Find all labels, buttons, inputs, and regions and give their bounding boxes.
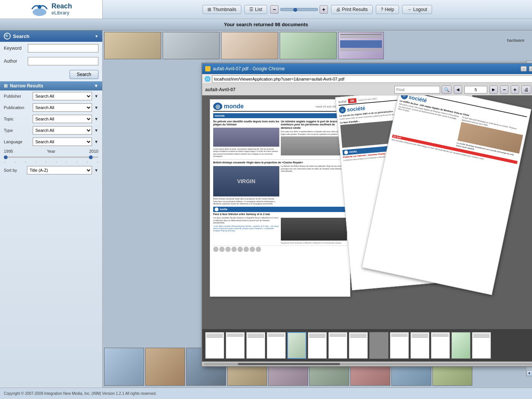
find-search-button[interactable]: 🔍 xyxy=(442,86,451,94)
pdf-thumb-3[interactable] xyxy=(246,332,265,359)
next-page-button[interactable]: ▶ xyxy=(489,86,498,94)
topic-label: Topic xyxy=(4,117,30,121)
media-link: «Les deux seront d'accord pour écrire: «… xyxy=(213,225,279,232)
zoom-handle[interactable] xyxy=(293,8,297,12)
pdf-scrollbar[interactable] xyxy=(202,361,532,366)
chrome-icon xyxy=(205,66,211,71)
bottom-icon-8 xyxy=(256,247,261,252)
pdf-zoom-out-button[interactable]: − xyxy=(500,86,508,94)
image-caption: Séquence d'une émission à Missions à Mis… xyxy=(281,242,347,244)
year-max-handle[interactable] xyxy=(89,155,93,159)
search-tab-arrow: ▼ xyxy=(95,34,98,38)
article-3-body2: La décision de British Airways de retire… xyxy=(281,165,347,173)
pdf-thumb-2[interactable] xyxy=(226,332,245,359)
zoom-slider[interactable] xyxy=(280,8,318,11)
pdf-thumb-13[interactable] xyxy=(451,332,470,359)
media-col2: Séquence d'une émission à Missions à Mis… xyxy=(281,217,347,244)
help-button[interactable]: ? Help xyxy=(376,5,399,14)
year-track xyxy=(4,157,98,158)
logo-subtitle: eLibrary xyxy=(51,10,72,16)
media-bar: ◎ media xyxy=(213,207,347,212)
pdf-thumb-6[interactable] xyxy=(308,332,327,359)
year-min-handle[interactable] xyxy=(4,155,8,159)
monde-section: monde xyxy=(213,113,347,118)
publisher-select[interactable]: Search All xyxy=(33,92,92,100)
thumb-top-5[interactable] xyxy=(338,32,384,59)
language-select[interactable]: Search All xyxy=(33,138,92,146)
article-1-body: Lorem ipsum dolor sit amet, consectetur … xyxy=(213,148,279,158)
type-label: Type xyxy=(4,128,30,133)
thumb-top-3[interactable] xyxy=(221,32,278,59)
pdf-thumb-9[interactable] xyxy=(369,332,388,359)
author-input[interactable] xyxy=(28,57,98,65)
pdf-content: ◎ monde mardi 24 avril 2007 05 monde Du … xyxy=(202,95,532,329)
bottom-icon-3 xyxy=(225,247,231,252)
bottom-icon-6 xyxy=(244,247,249,252)
maximize-button[interactable]: □ xyxy=(529,66,532,71)
url-input[interactable] xyxy=(212,75,532,83)
bottom-thumb-2[interactable] xyxy=(145,348,185,386)
search-btn-area: Search xyxy=(0,68,102,81)
pdf-thumb-7[interactable] xyxy=(328,332,347,359)
print-pdf-button[interactable]: 🖨 xyxy=(521,86,531,94)
col-1: Du pétrole non identifié souille depuis … xyxy=(213,119,279,158)
thumb-top-1[interactable] xyxy=(104,32,161,59)
pdf-thumb-5[interactable] xyxy=(287,332,306,359)
zoom-out-button[interactable]: − xyxy=(270,5,279,14)
narrow-icon: ⊞ xyxy=(4,83,8,89)
type-select[interactable]: Search All xyxy=(33,126,92,135)
pdf-titlebar: aufait-Avril-07.pdf - Google Chrome − □ … xyxy=(202,63,532,74)
sidebar: 🔍 Search ▼ Keyword Author Search ⊞ Narro… xyxy=(0,30,103,388)
thumb-top-2[interactable] xyxy=(163,32,220,59)
find-input[interactable] xyxy=(394,86,440,93)
narrow-label: Narrow Results xyxy=(10,83,43,89)
minimize-button[interactable]: − xyxy=(521,66,527,71)
sort-select[interactable]: Title (A-Z) xyxy=(27,166,92,174)
scroll-down-button[interactable]: ▼ xyxy=(526,370,532,376)
pdf-thumb-11[interactable] xyxy=(410,332,429,359)
narrow-arrow: ▼ xyxy=(94,83,98,89)
result-message: Your search returned 98 documents xyxy=(224,22,308,27)
pdf-thumb-4[interactable] xyxy=(267,332,286,359)
pdf-zoom-in-button[interactable]: + xyxy=(511,86,519,94)
search-tab[interactable]: 🔍 Search ▼ xyxy=(0,30,102,42)
year-ticks: |||||||||| xyxy=(4,161,98,163)
page2-media-label: media xyxy=(349,150,357,154)
keyword-input[interactable] xyxy=(28,44,98,52)
pdf-window-title: aufait-Avril-07.pdf - Google Chrome xyxy=(213,66,518,71)
thumb-top-4[interactable] xyxy=(280,32,337,59)
print-button[interactable]: 🖨 Print Results xyxy=(331,5,373,14)
pdf-thumb-14[interactable] xyxy=(472,332,491,359)
year-min: 1995 xyxy=(4,149,13,154)
year-row: 1995 Year 2010 |||||||||| xyxy=(0,147,102,165)
publication-select[interactable]: Search All xyxy=(33,103,92,112)
hardware-label: hardware xyxy=(507,38,524,43)
pdf-scrollbar-track[interactable] xyxy=(204,363,532,365)
logo-area: Reach eLibrary xyxy=(0,0,103,19)
help-icon: ? xyxy=(381,7,383,12)
pdf-thumb-1[interactable] xyxy=(205,332,224,359)
zoom-in-button[interactable]: + xyxy=(320,5,328,14)
publisher-row: Publisher Search All ▼ xyxy=(0,90,102,102)
newspaper-date: mardi 24 avril 2007 xyxy=(315,105,338,108)
pdf-filename: aufait-Avril-07 xyxy=(205,87,392,92)
pdf-scrollbar-thumb[interactable] xyxy=(238,363,340,365)
prev-page-button[interactable]: ◀ xyxy=(454,86,462,94)
page2-issue: 06 xyxy=(348,98,357,103)
pdf-thumb-8[interactable] xyxy=(349,332,368,359)
pdf-thumb-10[interactable] xyxy=(390,332,409,359)
article-3-body1: British Airways escamote Virgin dans la … xyxy=(213,198,279,205)
page2-paper-name: aufait xyxy=(338,99,347,104)
search-button[interactable]: Search xyxy=(70,70,98,79)
topic-row: Topic Search All ▼ xyxy=(0,113,102,125)
thumbnails-button[interactable]: ⊞ Thumbnails xyxy=(203,5,241,14)
pdf-thumb-12[interactable] xyxy=(431,332,450,359)
logout-button[interactable]: → Logout xyxy=(402,5,432,14)
sarkozy-debate-image xyxy=(281,218,347,241)
topic-select[interactable]: Search All xyxy=(33,115,92,123)
list-button[interactable]: ☰ List xyxy=(244,5,267,14)
narrow-results-header[interactable]: ⊞ Narrow Results ▼ xyxy=(0,81,102,90)
page2-media-icon: ◎ xyxy=(344,150,348,154)
bottom-thumb-1[interactable] xyxy=(104,348,144,386)
copyright-text: Copyright © 2007-2009 Integration New Me… xyxy=(4,391,157,396)
